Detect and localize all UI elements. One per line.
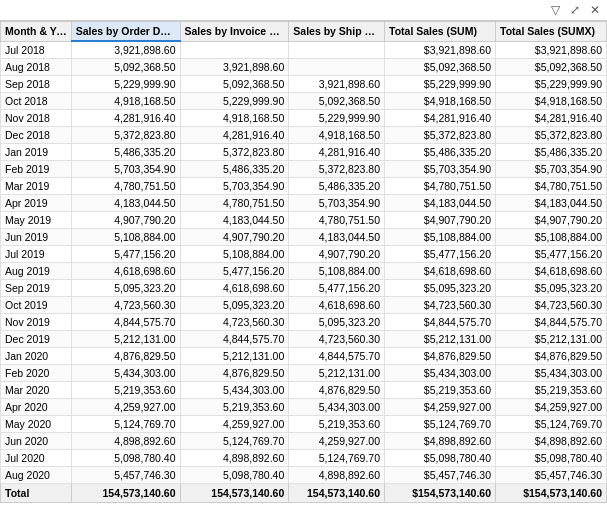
cell-invoice: 5,703,354.90 bbox=[180, 178, 289, 195]
cell-total-sumx: $5,229,999.90 bbox=[496, 76, 607, 93]
cell-order: 4,281,916.40 bbox=[71, 110, 180, 127]
table-row: Dec 2018 5,372,823.80 4,281,916.40 4,918… bbox=[1, 127, 607, 144]
cell-order: 5,095,323.20 bbox=[71, 280, 180, 297]
cell-total-sum: $4,618,698.60 bbox=[385, 263, 496, 280]
col-header-order[interactable]: Sales by Order Date ▼ bbox=[71, 22, 180, 42]
cell-ship: 5,477,156.20 bbox=[289, 280, 385, 297]
cell-total-sumx: $5,108,884.00 bbox=[496, 229, 607, 246]
cell-total-sumx: $4,780,751.50 bbox=[496, 178, 607, 195]
cell-total-sum: $5,477,156.20 bbox=[385, 246, 496, 263]
cell-ship bbox=[289, 41, 385, 59]
cell-invoice: 4,281,916.40 bbox=[180, 127, 289, 144]
cell-ship: 5,434,303.00 bbox=[289, 399, 385, 416]
cell-invoice bbox=[180, 41, 289, 59]
cell-month: Jul 2019 bbox=[1, 246, 72, 263]
cell-month: Aug 2019 bbox=[1, 263, 72, 280]
cell-total-sum: $5,703,354.90 bbox=[385, 161, 496, 178]
cell-total-sumx: $5,098,780.40 bbox=[496, 450, 607, 467]
cell-invoice: 5,219,353.60 bbox=[180, 399, 289, 416]
cell-total-sumx: $5,486,335.20 bbox=[496, 144, 607, 161]
table-footer: Total 154,573,140.60 154,573,140.60 154,… bbox=[1, 484, 607, 503]
cell-total-sumx: $4,898,892.60 bbox=[496, 433, 607, 450]
cell-ship: 5,212,131.00 bbox=[289, 365, 385, 382]
cell-invoice: 5,486,335.20 bbox=[180, 161, 289, 178]
cell-order: 5,434,303.00 bbox=[71, 365, 180, 382]
table-row: Nov 2018 4,281,916.40 4,918,168.50 5,229… bbox=[1, 110, 607, 127]
cell-order: 5,477,156.20 bbox=[71, 246, 180, 263]
cell-total-sum: $4,844,575.70 bbox=[385, 314, 496, 331]
cell-order: 5,486,335.20 bbox=[71, 144, 180, 161]
cell-total-sum: $5,212,131.00 bbox=[385, 331, 496, 348]
col-header-invoice[interactable]: Sales by Invoice Date bbox=[180, 22, 289, 42]
cell-ship: 4,259,927.00 bbox=[289, 433, 385, 450]
cell-month: May 2020 bbox=[1, 416, 72, 433]
cell-ship: 4,907,790.20 bbox=[289, 246, 385, 263]
col-header-total-sum[interactable]: Total Sales (SUM) bbox=[385, 22, 496, 42]
cell-ship: 4,281,916.40 bbox=[289, 144, 385, 161]
table-row: Sep 2019 5,095,323.20 4,618,698.60 5,477… bbox=[1, 280, 607, 297]
col-header-total-sumx[interactable]: Total Sales (SUMX) bbox=[496, 22, 607, 42]
cell-total-sumx: $5,095,323.20 bbox=[496, 280, 607, 297]
cell-order: 5,219,353.60 bbox=[71, 382, 180, 399]
cell-ship: 5,092,368.50 bbox=[289, 93, 385, 110]
table-row: Jan 2019 5,486,335.20 5,372,823.80 4,281… bbox=[1, 144, 607, 161]
cell-ship: 5,229,999.90 bbox=[289, 110, 385, 127]
table-row: Jul 2019 5,477,156.20 5,108,884.00 4,907… bbox=[1, 246, 607, 263]
table-row: Mar 2020 5,219,353.60 5,434,303.00 4,876… bbox=[1, 382, 607, 399]
cell-ship: 5,486,335.20 bbox=[289, 178, 385, 195]
cell-total-sum: $4,876,829.50 bbox=[385, 348, 496, 365]
table-header: Month & Year Sales by Order Date ▼ Sales… bbox=[1, 22, 607, 42]
cell-order: 4,918,168.50 bbox=[71, 93, 180, 110]
table-row: Oct 2018 4,918,168.50 5,229,999.90 5,092… bbox=[1, 93, 607, 110]
table-row: Feb 2019 5,703,354.90 5,486,335.20 5,372… bbox=[1, 161, 607, 178]
table-row: Aug 2019 4,618,698.60 5,477,156.20 5,108… bbox=[1, 263, 607, 280]
cell-month: Nov 2019 bbox=[1, 314, 72, 331]
data-table: Month & Year Sales by Order Date ▼ Sales… bbox=[0, 21, 607, 503]
cell-ship: 4,618,698.60 bbox=[289, 297, 385, 314]
table-row: Dec 2019 5,212,131.00 4,844,575.70 4,723… bbox=[1, 331, 607, 348]
cell-total-sum: $5,124,769.70 bbox=[385, 416, 496, 433]
cell-ship: 5,108,884.00 bbox=[289, 263, 385, 280]
filter-icon[interactable]: ▽ bbox=[547, 2, 563, 18]
cell-order: 3,921,898.60 bbox=[71, 41, 180, 59]
table-row: Jan 2020 4,876,829.50 5,212,131.00 4,844… bbox=[1, 348, 607, 365]
col-header-month[interactable]: Month & Year bbox=[1, 22, 72, 42]
cell-ship: 4,876,829.50 bbox=[289, 382, 385, 399]
cell-invoice: 5,372,823.80 bbox=[180, 144, 289, 161]
table-row: Oct 2019 4,723,560.30 5,095,323.20 4,618… bbox=[1, 297, 607, 314]
table-row: Jul 2018 3,921,898.60 $3,921,898.60 $3,9… bbox=[1, 41, 607, 59]
cell-ship bbox=[289, 59, 385, 76]
footer-label: Total bbox=[1, 484, 72, 503]
cell-total-sum: $3,921,898.60 bbox=[385, 41, 496, 59]
cell-ship: 5,372,823.80 bbox=[289, 161, 385, 178]
table-row: Nov 2019 4,844,575.70 4,723,560.30 5,095… bbox=[1, 314, 607, 331]
cell-invoice: 4,183,044.50 bbox=[180, 212, 289, 229]
cell-total-sum: $4,918,168.50 bbox=[385, 93, 496, 110]
expand-icon[interactable]: ⤢ bbox=[567, 2, 583, 18]
cell-total-sum: $4,898,892.60 bbox=[385, 433, 496, 450]
table-body: Jul 2018 3,921,898.60 $3,921,898.60 $3,9… bbox=[1, 41, 607, 484]
cell-order: 5,124,769.70 bbox=[71, 416, 180, 433]
cell-month: Aug 2018 bbox=[1, 59, 72, 76]
cell-month: Feb 2020 bbox=[1, 365, 72, 382]
cell-ship: 4,918,168.50 bbox=[289, 127, 385, 144]
cell-month: Nov 2018 bbox=[1, 110, 72, 127]
close-icon[interactable]: ✕ bbox=[587, 2, 603, 18]
cell-month: Jan 2020 bbox=[1, 348, 72, 365]
table-row: Jun 2019 5,108,884.00 4,907,790.20 4,183… bbox=[1, 229, 607, 246]
cell-month: Feb 2019 bbox=[1, 161, 72, 178]
cell-ship: 4,723,560.30 bbox=[289, 331, 385, 348]
cell-month: Aug 2020 bbox=[1, 467, 72, 484]
cell-ship: 4,844,575.70 bbox=[289, 348, 385, 365]
cell-total-sumx: $4,918,168.50 bbox=[496, 93, 607, 110]
table-row: Mar 2019 4,780,751.50 5,703,354.90 5,486… bbox=[1, 178, 607, 195]
cell-invoice: 4,918,168.50 bbox=[180, 110, 289, 127]
footer-total-sumx: $154,573,140.60 bbox=[496, 484, 607, 503]
col-header-ship[interactable]: Sales by Ship Date bbox=[289, 22, 385, 42]
cell-total-sum: $4,259,927.00 bbox=[385, 399, 496, 416]
cell-total-sumx: $4,907,790.20 bbox=[496, 212, 607, 229]
cell-total-sumx: $5,372,823.80 bbox=[496, 127, 607, 144]
cell-ship: 4,780,751.50 bbox=[289, 212, 385, 229]
cell-month: Mar 2019 bbox=[1, 178, 72, 195]
cell-invoice: 5,212,131.00 bbox=[180, 348, 289, 365]
